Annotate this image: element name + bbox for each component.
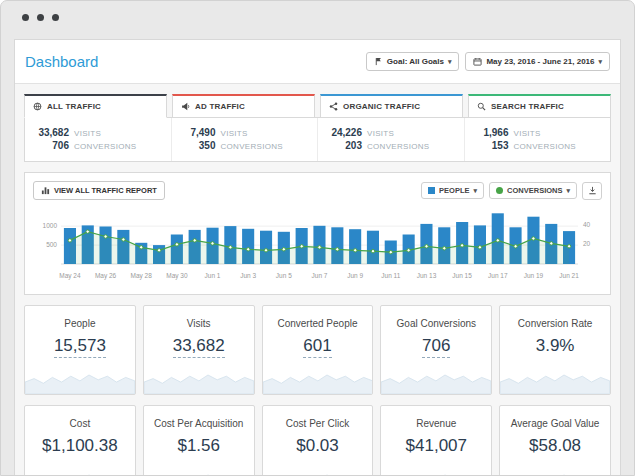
conversions-value: 706 (35, 140, 69, 151)
sparkline (381, 371, 491, 394)
share-icon (329, 102, 338, 111)
svg-text:Jun 3: Jun 3 (240, 272, 256, 279)
svg-text:Jun 17: Jun 17 (488, 272, 508, 279)
stat-cards-row-1: People 15,573 Visits 33,682 Converted Pe… (24, 305, 611, 395)
visits-value: 24,226 (328, 127, 362, 138)
sparkline (144, 471, 254, 476)
tab-all-traffic[interactable]: ALL TRAFFIC (24, 94, 167, 118)
card-title: Visits (144, 318, 254, 329)
app-window: Dashboard Goal: All Goals ▾ May 23, 2016… (0, 0, 635, 476)
visits-label: VISITS (221, 129, 248, 138)
card-value: $58.08 (529, 436, 581, 457)
svg-text:Jun 1: Jun 1 (205, 272, 221, 279)
svg-text:Jun 21: Jun 21 (559, 272, 579, 279)
globe-icon (33, 102, 42, 111)
conversions-value: 350 (182, 140, 216, 151)
date-range-button[interactable]: May 23, 2016 - June 21, 2016 ▾ (465, 52, 610, 71)
conversions-value: 153 (475, 140, 509, 151)
tab-ad-traffic[interactable]: AD TRAFFIC (172, 94, 315, 118)
sparkline (144, 371, 254, 394)
svg-text:Jun 15: Jun 15 (452, 272, 472, 279)
stat-card-goal-conversions: Goal Conversions 706 (380, 305, 492, 395)
svg-text:Jun 11: Jun 11 (381, 272, 400, 279)
card-value: 33,682 (173, 336, 225, 358)
goal-selector-button[interactable]: Goal: All Goals ▾ (366, 52, 460, 71)
card-value: $1.56 (177, 436, 220, 457)
stat-card-people: People 15,573 (24, 305, 136, 395)
calendar-icon (473, 57, 482, 66)
card-title: Converted People (263, 318, 373, 329)
legend-people-label: PEOPLE (439, 187, 469, 195)
chart-legend: PEOPLE ▾ CONVERSIONS ▾ (421, 182, 602, 200)
svg-text:40: 40 (583, 221, 591, 228)
chevron-down-icon: ▾ (474, 187, 478, 194)
card-value: 706 (422, 336, 450, 358)
traffic-stats-search: 1,966VISITS 153CONVERSIONS (464, 118, 611, 161)
download-icon (588, 186, 597, 195)
svg-text:Jun 5: Jun 5 (276, 272, 292, 279)
traffic-stats-bar: 33,682VISITS 706CONVERSIONS 7,490VISITS … (24, 117, 611, 162)
traffic-stats-all: 33,682VISITS 706CONVERSIONS (25, 118, 171, 161)
conversions-label: CONVERSIONS (221, 142, 283, 151)
card-title: Cost Per Click (263, 418, 373, 429)
card-value: $0.03 (296, 436, 339, 457)
traffic-stats-ad: 7,490VISITS 350CONVERSIONS (171, 118, 318, 161)
legend-conversions-select[interactable]: CONVERSIONS ▾ (489, 182, 577, 200)
tab-label: ORGANIC TRAFFIC (343, 102, 420, 111)
conversions-label: CONVERSIONS (367, 142, 429, 151)
window-dot[interactable] (37, 14, 44, 21)
stat-card-cost-per-click: Cost Per Click $0.03 (262, 405, 374, 476)
stat-card-cost-per-acquisition: Cost Per Acquisition $1.56 (143, 405, 255, 476)
stat-card-visits: Visits 33,682 (143, 305, 255, 395)
svg-text:Jun 7: Jun 7 (312, 272, 328, 279)
visits-label: VISITS (74, 129, 101, 138)
visits-value: 1,966 (475, 127, 509, 138)
svg-text:Jun 13: Jun 13 (417, 272, 437, 279)
date-range-label: May 23, 2016 - June 21, 2016 (486, 58, 594, 66)
tab-search-traffic[interactable]: SEARCH TRAFFIC (468, 94, 611, 118)
svg-text:1000: 1000 (43, 222, 58, 229)
tab-organic-traffic[interactable]: ORGANIC TRAFFIC (320, 94, 463, 118)
visits-value: 7,490 (182, 127, 216, 138)
traffic-chart: 50010002040May 24May 26May 28May 30Jun 1… (33, 206, 602, 290)
flag-icon (374, 57, 383, 66)
sparkline (500, 371, 610, 394)
tab-label: SEARCH TRAFFIC (491, 102, 564, 111)
sparkline (25, 471, 135, 476)
conversions-label: CONVERSIONS (514, 142, 576, 151)
stat-cards-row-2: Cost $1,100.38 Cost Per Acquisition $1.5… (24, 405, 611, 476)
card-title: People (25, 318, 135, 329)
sparkline (25, 371, 135, 394)
conversions-swatch (496, 187, 503, 194)
svg-text:May 28: May 28 (131, 272, 153, 280)
stat-card-average-goal-value: Average Goal Value $58.08 (499, 405, 611, 476)
tab-label: AD TRAFFIC (195, 102, 245, 111)
stat-card-revenue: Revenue $41,007 (380, 405, 492, 476)
card-value: 3.9% (536, 336, 575, 357)
bar-chart-icon (41, 186, 50, 195)
chevron-down-icon: ▾ (448, 58, 452, 65)
window-titlebar (1, 1, 634, 34)
page-title: Dashboard (25, 53, 98, 70)
visits-label: VISITS (514, 129, 541, 138)
download-button[interactable] (582, 182, 602, 200)
card-title: Cost (25, 418, 135, 429)
svg-text:May 30: May 30 (166, 272, 188, 280)
svg-text:May 26: May 26 (95, 272, 117, 280)
card-title: Cost Per Acquisition (144, 418, 254, 429)
legend-people-select[interactable]: PEOPLE ▾ (421, 182, 484, 200)
dashboard-panel: Dashboard Goal: All Goals ▾ May 23, 2016… (14, 39, 621, 476)
goal-selector-label: Goal: All Goals (387, 58, 444, 66)
search-icon (477, 102, 486, 111)
megaphone-icon (181, 102, 190, 111)
card-value: $1,100.38 (42, 436, 118, 457)
view-all-traffic-report-button[interactable]: VIEW ALL TRAFFIC REPORT (33, 181, 165, 200)
window-dot[interactable] (52, 14, 59, 21)
sparkline (263, 371, 373, 394)
card-value: 601 (303, 336, 331, 358)
chevron-down-icon: ▾ (566, 187, 570, 194)
window-dot[interactable] (22, 14, 29, 21)
card-title: Conversion Rate (500, 318, 610, 329)
svg-text:May 24: May 24 (59, 272, 81, 280)
sparkline (381, 471, 491, 476)
